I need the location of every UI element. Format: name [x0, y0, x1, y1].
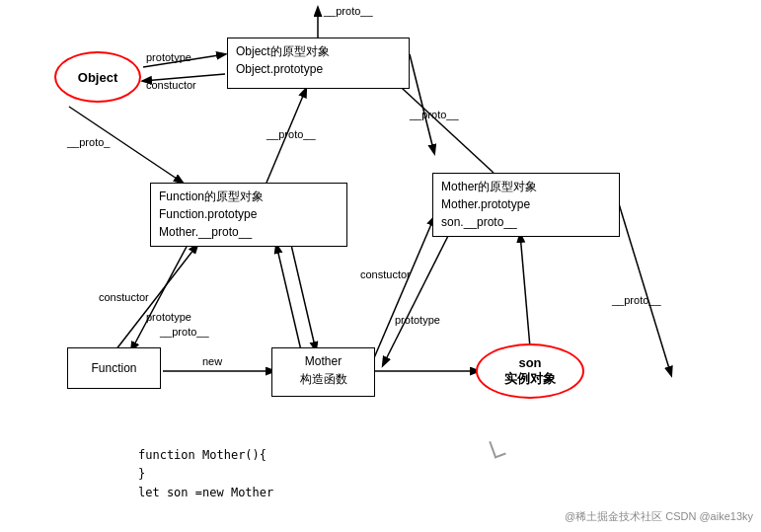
svg-line-4 — [410, 54, 434, 153]
mother-proto-box: Mother的原型对象 Mother.prototype son.__proto… — [432, 173, 620, 237]
cursor — [489, 437, 505, 458]
code-line-3: let son =new Mother — [138, 484, 273, 502]
label-constuctor-func: constuctor — [99, 291, 149, 303]
label-prototype-obj: prototype — [146, 51, 191, 63]
label-constuctor-obj: constuctor — [146, 79, 196, 91]
svg-line-10 — [291, 245, 316, 350]
label-proto-func2: __proto__ — [160, 326, 209, 338]
son-ellipse-label1: son — [518, 355, 541, 370]
diagram-container: Object的原型对象 Object.prototype Function的原型… — [0, 0, 761, 532]
label-proto-mother-top: __proto__ — [410, 109, 459, 120]
code-block: function Mother(){ } let son =new Mother — [138, 446, 273, 503]
code-line-1: function Mother(){ — [138, 446, 273, 465]
svg-line-11 — [373, 217, 434, 360]
svg-line-16 — [617, 197, 671, 375]
function-proto-line1: Function的原型对象 — [159, 188, 339, 205]
label-proto-left: __proto_ — [67, 136, 110, 148]
svg-line-15 — [520, 234, 530, 347]
mother-proto-line3: son.__proto__ — [441, 213, 611, 231]
object-ellipse-label: Object — [78, 70, 117, 85]
object-proto-line1: Object的原型对象 — [236, 42, 401, 60]
object-proto-line2: Object.prototype — [236, 60, 401, 78]
function-label: Function — [91, 359, 136, 377]
function-proto-box: Function的原型对象 Function.prototype Mother.… — [150, 183, 347, 247]
son-ellipse-label2: 实例对象 — [504, 370, 556, 388]
label-proto-son: __proto__ — [612, 294, 661, 306]
object-proto-box: Object的原型对象 Object.prototype — [227, 38, 410, 89]
svg-line-12 — [383, 234, 449, 365]
mother-line2: 构造函数 — [280, 370, 366, 388]
function-box: Function — [67, 347, 161, 389]
label-proto-func: __proto__ — [266, 128, 316, 140]
label-prototype-mother: prototype — [395, 314, 440, 326]
mother-line1: Mother — [280, 352, 366, 370]
label-prototype-func: prototype — [146, 311, 191, 323]
function-proto-line3: Mother.__proto__ — [159, 223, 339, 241]
function-proto-line2: Function.prototype — [159, 205, 339, 223]
mother-proto-line2: Mother.prototype — [441, 195, 611, 213]
label-constuctor-mother: constuctor — [360, 268, 411, 280]
label-new: new — [202, 355, 222, 367]
son-ellipse: son 实例对象 — [476, 343, 584, 399]
label-proto-top: __proto__ — [324, 5, 373, 17]
code-line-2: } — [138, 465, 273, 484]
watermark: @稀土掘金技术社区 CSDN @aike13ky — [565, 509, 753, 524]
mother-proto-line1: Mother的原型对象 — [441, 178, 611, 195]
object-ellipse: Object — [54, 51, 141, 103]
svg-line-9 — [276, 245, 301, 350]
mother-box: Mother 构造函数 — [271, 347, 375, 397]
svg-line-5 — [390, 77, 494, 173]
